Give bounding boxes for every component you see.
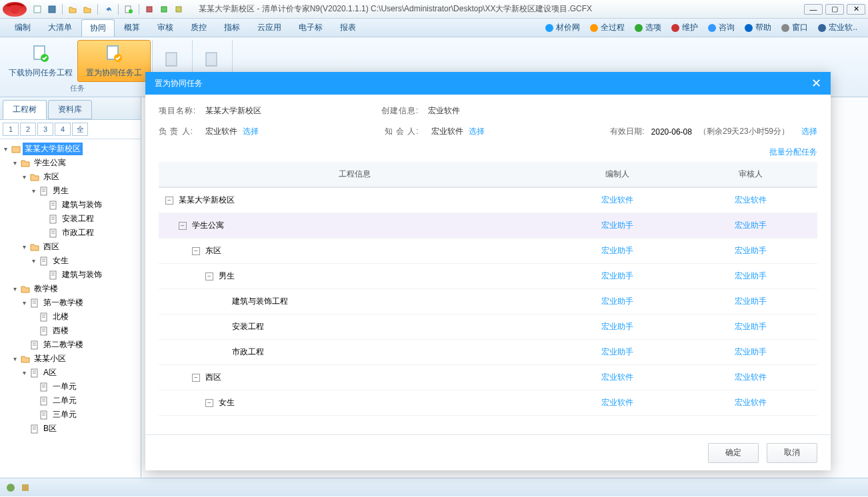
rmenu-qq[interactable]: 咨询	[703, 20, 739, 35]
editor-link[interactable]: 宏业助手	[551, 321, 684, 332]
reviewer-link[interactable]: 宏业助手	[684, 220, 817, 231]
tree-toggle-icon[interactable]: ▾	[11, 285, 19, 292]
reviewer-link[interactable]: 宏业助手	[684, 296, 817, 307]
task-row[interactable]: −西区宏业软件宏业软件	[159, 365, 817, 390]
tree-node[interactable]: ▾西区	[1, 240, 139, 254]
tree-node[interactable]: ▾第一教学楼	[1, 296, 139, 310]
tree-toggle-icon[interactable]: ▾	[20, 173, 28, 181]
reviewer-link[interactable]: 宏业软件	[684, 397, 817, 408]
menu-item-5[interactable]: 质控	[183, 19, 215, 37]
tree-toggle-icon[interactable]: ▾	[11, 355, 19, 362]
qat-folder-icon[interactable]	[81, 3, 94, 16]
menu-item-6[interactable]: 指标	[216, 19, 248, 37]
qat-tool3-icon[interactable]	[172, 3, 185, 16]
task-table[interactable]: −某某大学新校区宏业软件宏业软件−学生公寓宏业助手宏业助手−东区宏业助手宏业助手…	[159, 187, 817, 424]
project-tree[interactable]: ▾某某大学新校区▾学生公寓▾东区▾男生建筑与装饰安装工程市政工程▾西区▾女生建筑…	[0, 139, 141, 478]
tree-node[interactable]: 市政工程	[1, 226, 139, 240]
owner-select-link[interactable]: 选择	[243, 126, 259, 137]
qat-undo-icon[interactable]	[101, 3, 115, 16]
cancel-button[interactable]: 取消	[767, 443, 817, 463]
menu-item-4[interactable]: 审核	[149, 19, 181, 37]
maximize-button[interactable]: ▢	[825, 4, 844, 15]
rmenu-globe[interactable]: 材价网	[541, 20, 584, 35]
row-toggle-icon[interactable]: −	[165, 197, 173, 205]
editor-link[interactable]: 宏业助手	[551, 270, 684, 282]
row-toggle-icon[interactable]: −	[205, 399, 213, 407]
tree-toggle-icon[interactable]: ▾	[20, 299, 28, 306]
editor-link[interactable]: 宏业软件	[551, 422, 684, 424]
batch-assign-link[interactable]: 批量分配任务	[159, 147, 817, 158]
task-row[interactable]: −男生宏业助手宏业助手	[159, 264, 817, 289]
side-tab-0[interactable]: 工程树	[3, 100, 47, 119]
task-row[interactable]: 建筑与装饰工程宏业软件宏业软件	[159, 416, 817, 424]
filter-btn-4[interactable]: 4	[55, 123, 71, 136]
tree-node[interactable]: ▾某某大学新校区	[1, 142, 139, 156]
tree-node[interactable]: B区	[1, 422, 139, 436]
reviewer-link[interactable]: 宏业助手	[684, 321, 817, 332]
qat-tool1-icon[interactable]	[143, 3, 156, 16]
editor-link[interactable]: 宏业助手	[551, 220, 684, 231]
tree-node[interactable]: ▾学生公寓	[1, 156, 139, 170]
task-row[interactable]: −某某大学新校区宏业软件宏业软件	[159, 188, 817, 213]
tree-node[interactable]: ▾教学楼	[1, 282, 139, 296]
row-toggle-icon[interactable]: −	[179, 222, 187, 230]
notify-select-link[interactable]: 选择	[469, 126, 485, 137]
filter-btn-2[interactable]: 2	[20, 123, 36, 136]
qat-save-icon[interactable]	[45, 3, 59, 16]
rmenu-user[interactable]: 宏业软..	[813, 20, 861, 35]
menu-item-2[interactable]: 协同	[81, 19, 115, 37]
tree-toggle-icon[interactable]: ▾	[11, 159, 19, 167]
close-button[interactable]: ✕	[847, 4, 865, 15]
tree-node[interactable]: 三单元	[1, 408, 139, 422]
filter-btn-全[interactable]: 全	[72, 123, 88, 136]
ribbon-btn-0[interactable]: 下载协同任务工程	[4, 40, 77, 82]
editor-link[interactable]: 宏业软件	[551, 372, 684, 383]
task-row[interactable]: −学生公寓宏业助手宏业助手	[159, 213, 817, 239]
filter-btn-1[interactable]: 1	[3, 123, 19, 136]
editor-link[interactable]: 宏业软件	[551, 195, 684, 206]
editor-link[interactable]: 宏业助手	[551, 245, 684, 256]
tree-toggle-icon[interactable]: ▾	[20, 243, 28, 250]
row-toggle-icon[interactable]: −	[192, 374, 200, 382]
tree-toggle-icon[interactable]: ▾	[29, 187, 37, 195]
qat-open-icon[interactable]	[66, 3, 79, 16]
qat-export-icon[interactable]	[122, 3, 135, 16]
qat-new-icon[interactable]	[31, 3, 44, 16]
tree-node[interactable]: 建筑与装饰	[1, 268, 139, 282]
editor-link[interactable]: 宏业助手	[551, 346, 684, 358]
ok-button[interactable]: 确定	[708, 443, 759, 463]
menu-item-3[interactable]: 概算	[116, 19, 148, 37]
qat-tool2-icon[interactable]	[157, 3, 171, 16]
menu-item-9[interactable]: 报表	[332, 19, 364, 37]
task-row[interactable]: −女生宏业软件宏业软件	[159, 390, 817, 416]
tree-toggle-icon[interactable]: ▾	[1, 145, 9, 153]
tree-node[interactable]: ▾东区	[1, 170, 139, 184]
reviewer-link[interactable]: 宏业软件	[684, 195, 817, 206]
menu-item-7[interactable]: 云应用	[249, 19, 289, 37]
menu-item-0[interactable]: 编制	[7, 19, 39, 37]
rmenu-window[interactable]: 窗口	[777, 20, 812, 35]
tree-node[interactable]: 一单元	[1, 380, 139, 394]
editor-link[interactable]: 宏业助手	[551, 296, 684, 307]
task-row[interactable]: 市政工程宏业助手宏业助手	[159, 340, 817, 365]
task-row[interactable]: 建筑与装饰工程宏业助手宏业助手	[159, 289, 817, 314]
menu-item-1[interactable]: 大清单	[40, 19, 80, 37]
rmenu-wrench[interactable]: 维护	[667, 20, 702, 35]
tree-node[interactable]: ▾某某小区	[1, 352, 139, 366]
menu-item-8[interactable]: 电子标	[291, 19, 331, 37]
ribbon-btn-1[interactable]: 置为协同任务工	[77, 40, 151, 82]
row-toggle-icon[interactable]: −	[192, 247, 200, 255]
tree-node[interactable]: 西楼	[1, 324, 139, 338]
task-row[interactable]: −东区宏业助手宏业助手	[159, 239, 817, 264]
tree-toggle-icon[interactable]: ▾	[29, 257, 37, 264]
tree-node[interactable]: ▾男生	[1, 184, 139, 198]
tree-node[interactable]: 二单元	[1, 394, 139, 408]
reviewer-link[interactable]: 宏业软件	[684, 422, 817, 424]
modal-close-button[interactable]: ✕	[811, 76, 821, 91]
tree-node[interactable]: 安装工程	[1, 212, 139, 226]
tree-node[interactable]: ▾女生	[1, 254, 139, 268]
rmenu-cycle[interactable]: 全过程	[585, 20, 629, 35]
filter-btn-3[interactable]: 3	[37, 123, 53, 136]
minimize-button[interactable]: —	[804, 4, 823, 15]
row-toggle-icon[interactable]: −	[205, 272, 213, 280]
